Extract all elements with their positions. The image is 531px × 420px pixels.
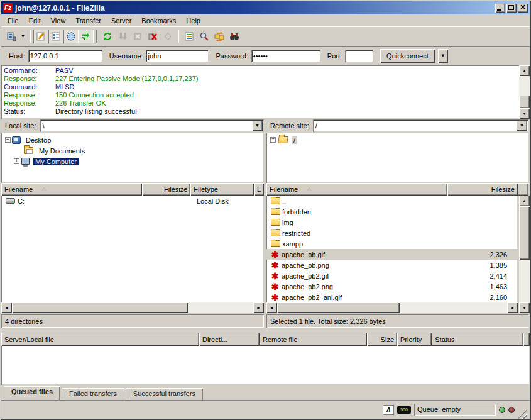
remote-list-hscrollbar[interactable]: ◄ ► xyxy=(266,302,518,313)
local-file-list[interactable]: C: Local Disk xyxy=(1,196,264,302)
column-header-filesize[interactable]: Filesize xyxy=(447,183,518,196)
directory-comparison-button[interactable] xyxy=(182,30,197,43)
menu-help[interactable]: Help xyxy=(181,16,205,26)
scroll-thumb[interactable] xyxy=(277,302,400,313)
scroll-up-icon[interactable]: ▲ xyxy=(519,65,530,76)
tab-successful-transfers[interactable]: Successful transfers xyxy=(126,388,203,400)
column-header-size[interactable]: Size xyxy=(367,333,397,346)
chevron-down-icon[interactable]: ▼ xyxy=(252,121,263,131)
maximize-button[interactable] xyxy=(506,4,517,13)
message-log[interactable]: Command:PASV Response:227 Entering Passi… xyxy=(1,65,530,119)
scroll-down-icon[interactable]: ▼ xyxy=(519,302,530,313)
quickconnect-button[interactable]: Quickconnect xyxy=(380,49,435,63)
title-bar[interactable]: Fz john@127.0.0.1 - FileZilla ✕ xyxy=(1,1,530,14)
column-header-status[interactable]: Status xyxy=(432,333,523,346)
remote-file-row-selected[interactable]: ✱apache_pb.gif 2,326 xyxy=(266,249,518,260)
log-scrollbar[interactable]: ▲ ▼ xyxy=(519,65,530,119)
minimize-button[interactable] xyxy=(495,4,505,13)
remote-file-row[interactable]: forbidden xyxy=(266,206,518,217)
remote-file-row[interactable]: ✱apache_pb2.png 1,463 xyxy=(266,281,518,292)
disconnect-button[interactable] xyxy=(145,30,160,43)
toggle-transfer-queue-button[interactable] xyxy=(79,30,94,43)
tree-item-root[interactable]: + / xyxy=(266,135,528,145)
column-header-filename[interactable]: Filename xyxy=(266,183,447,196)
remote-file-row[interactable]: ✱apache_pb.png 1,385 xyxy=(266,260,518,270)
column-header-direction[interactable]: Directi... xyxy=(199,333,260,346)
tab-queued-files[interactable]: Queued files xyxy=(4,386,60,400)
toggle-local-tree-button[interactable] xyxy=(48,30,63,43)
tree-item-my-documents[interactable]: My Documents xyxy=(1,145,264,156)
menu-file[interactable]: File xyxy=(3,16,24,26)
refresh-button[interactable] xyxy=(100,30,115,43)
speed-limit-icon[interactable] xyxy=(397,406,411,414)
file-size: 2,160 xyxy=(447,294,510,301)
local-list-hscrollbar[interactable]: ◄ ► xyxy=(1,302,264,313)
scroll-right-icon[interactable]: ► xyxy=(253,302,264,313)
log-line-label: Response: xyxy=(4,75,55,83)
transfer-type-indicator-icon[interactable]: A xyxy=(383,405,394,415)
image-file-icon: ✱ xyxy=(270,293,280,302)
scroll-down-icon[interactable]: ▼ xyxy=(519,108,530,119)
scroll-left-icon[interactable]: ◄ xyxy=(1,302,12,313)
column-header-filename[interactable]: Filename xyxy=(1,183,142,196)
remote-file-row[interactable]: img xyxy=(266,217,518,228)
local-site-combo[interactable]: \ ▼ xyxy=(40,119,264,132)
find-files-button[interactable] xyxy=(197,30,212,43)
cancel-operation-button[interactable] xyxy=(130,30,145,43)
image-file-icon: ✱ xyxy=(270,272,280,280)
port-input[interactable] xyxy=(345,50,373,62)
close-button[interactable]: ✕ xyxy=(518,4,528,13)
remote-file-row[interactable]: xampp xyxy=(266,238,518,249)
expand-icon[interactable]: + xyxy=(14,158,19,164)
reconnect-button[interactable] xyxy=(160,30,175,43)
log-line-text: PASV xyxy=(55,67,74,75)
remote-file-row[interactable]: .. xyxy=(266,196,518,206)
remote-file-list[interactable]: .. forbidden img restricted xampp ✱apach… xyxy=(266,196,518,302)
menu-edit[interactable]: Edit xyxy=(24,16,46,26)
chevron-down-icon[interactable]: ▼ xyxy=(517,121,527,131)
site-manager-dropdown[interactable]: ▼ xyxy=(19,30,27,43)
column-header-last-modified[interactable]: L xyxy=(254,183,264,196)
quickconnect-dropdown[interactable]: ▼ xyxy=(438,49,448,63)
host-input[interactable] xyxy=(28,50,102,62)
transfer-queue-list[interactable] xyxy=(1,346,530,385)
scroll-up-icon[interactable]: ▲ xyxy=(519,196,530,206)
tree-item-desktop[interactable]: − Desktop xyxy=(1,135,264,145)
toggle-remote-tree-button[interactable] xyxy=(63,30,79,43)
column-header-priority[interactable]: Priority xyxy=(397,333,432,346)
remote-site-combo[interactable]: / ▼ xyxy=(313,119,528,132)
synchronized-browsing-button[interactable] xyxy=(212,30,227,43)
column-header-filetype[interactable]: Filetype xyxy=(190,183,254,196)
tree-item-my-computer[interactable]: + My Computer xyxy=(1,156,264,167)
menu-server[interactable]: Server xyxy=(106,16,136,26)
remote-tree[interactable]: + / xyxy=(266,133,528,183)
column-header-filesize[interactable]: Filesize xyxy=(142,183,190,196)
resize-grip[interactable] xyxy=(518,409,527,419)
scroll-thumb[interactable] xyxy=(519,96,530,108)
expand-icon[interactable]: + xyxy=(270,137,276,143)
remote-list-scrollbar[interactable]: ▲ ▼ xyxy=(519,196,530,313)
tab-failed-transfers[interactable]: Failed transfers xyxy=(62,388,124,400)
username-input[interactable] xyxy=(146,50,209,62)
menu-bookmarks[interactable]: Bookmarks xyxy=(136,16,181,26)
menu-transfer[interactable]: Transfer xyxy=(70,16,106,26)
local-file-row[interactable]: C: Local Disk xyxy=(1,196,264,206)
toggle-message-log-button[interactable] xyxy=(33,30,48,43)
process-queue-button[interactable] xyxy=(115,30,130,43)
remote-file-row[interactable]: ✱apache_pb2_ani.gif 2,160 xyxy=(266,292,518,302)
scroll-thumb[interactable] xyxy=(519,206,530,260)
remote-file-row[interactable]: ✱apache_pb2.gif 2,414 xyxy=(266,270,518,281)
password-input[interactable] xyxy=(251,50,320,62)
column-header-remote-file[interactable]: Remote file xyxy=(260,333,367,346)
remote-file-row[interactable]: restricted xyxy=(266,228,518,238)
column-header-server-local-file[interactable]: Server/Local file xyxy=(1,333,199,346)
scroll-left-icon[interactable]: ◄ xyxy=(266,302,277,313)
filter-button[interactable] xyxy=(227,30,242,43)
collapse-icon[interactable]: − xyxy=(5,137,11,143)
scroll-thumb[interactable] xyxy=(12,302,188,313)
menu-view[interactable]: View xyxy=(46,16,71,26)
scroll-right-icon[interactable]: ► xyxy=(507,302,518,313)
local-tree[interactable]: − Desktop My Documents + My Computer xyxy=(1,133,264,183)
tree-item-label: My Documents xyxy=(37,147,87,155)
site-manager-button[interactable] xyxy=(4,30,19,43)
